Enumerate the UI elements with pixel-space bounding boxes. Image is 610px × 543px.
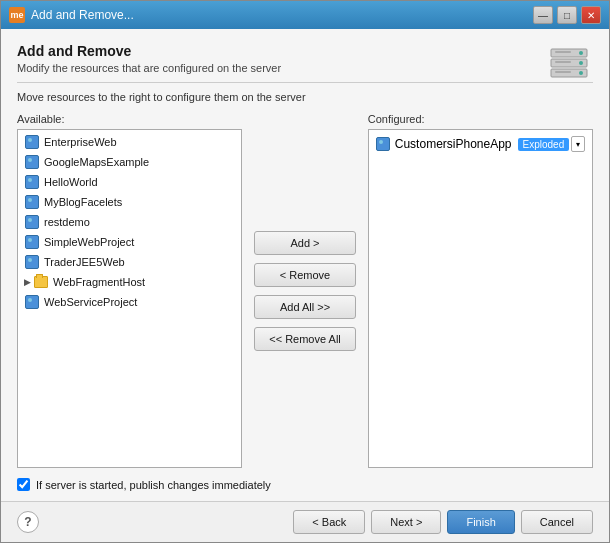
publish-checkbox-label: If server is started, publish changes im… — [36, 479, 271, 491]
list-item-label: HelloWorld — [44, 176, 98, 188]
close-button[interactable]: ✕ — [581, 6, 601, 24]
list-item[interactable]: MyBlogFacelets — [20, 192, 239, 212]
web-project-icon — [24, 134, 40, 150]
main-content: Add and Remove Modify the resources that… — [1, 29, 609, 501]
list-item[interactable]: GoogleMapsExample — [20, 152, 239, 172]
configured-item-label: CustomersiPhoneApp — [395, 137, 512, 151]
titlebar: me Add and Remove... — □ ✕ — [1, 1, 609, 29]
minimize-button[interactable]: — — [533, 6, 553, 24]
svg-point-3 — [579, 51, 583, 55]
web-project-icon — [24, 254, 40, 270]
titlebar-title: Add and Remove... — [31, 8, 533, 22]
configured-list[interactable]: CustomersiPhoneApp Exploded ▾ — [368, 129, 593, 468]
web-project-icon — [24, 194, 40, 210]
next-button[interactable]: Next > — [371, 510, 441, 534]
web-project-icon — [24, 234, 40, 250]
panels-row: Available: EnterpriseWeb GoogleMapsExamp… — [17, 113, 593, 468]
folder-icon — [33, 274, 49, 290]
web-project-icon — [24, 214, 40, 230]
svg-point-5 — [579, 71, 583, 75]
exploded-badge: Exploded — [518, 138, 570, 151]
list-item-label: WebFragmentHost — [53, 276, 145, 288]
available-section: Available: EnterpriseWeb GoogleMapsExamp… — [17, 113, 242, 468]
remove-button[interactable]: < Remove — [254, 263, 356, 287]
list-item-label: SimpleWebProject — [44, 236, 134, 248]
list-item[interactable]: EnterpriseWeb — [20, 132, 239, 152]
server-icon — [545, 43, 593, 94]
list-item-label: restdemo — [44, 216, 90, 228]
help-button[interactable]: ? — [17, 511, 39, 533]
action-buttons-col: Add > < Remove Add All >> << Remove All — [242, 113, 368, 468]
expand-arrow-icon: ▶ — [24, 277, 31, 287]
page-header: Add and Remove Modify the resources that… — [17, 43, 593, 74]
list-item-label: TraderJEE5Web — [44, 256, 125, 268]
available-list[interactable]: EnterpriseWeb GoogleMapsExample HelloWor… — [17, 129, 242, 468]
bottom-bar: ? < Back Next > Finish Cancel — [1, 501, 609, 542]
list-item[interactable]: SimpleWebProject — [20, 232, 239, 252]
maximize-button[interactable]: □ — [557, 6, 577, 24]
svg-rect-7 — [555, 61, 571, 63]
web-project-icon — [24, 294, 40, 310]
list-item[interactable]: HelloWorld — [20, 172, 239, 192]
publish-checkbox-row: If server is started, publish changes im… — [17, 478, 593, 491]
publish-checkbox[interactable] — [17, 478, 30, 491]
web-project-icon — [375, 136, 391, 152]
web-project-icon — [24, 154, 40, 170]
svg-rect-8 — [555, 71, 571, 73]
add-all-button[interactable]: Add All >> — [254, 295, 356, 319]
finish-button[interactable]: Finish — [447, 510, 514, 534]
add-button[interactable]: Add > — [254, 231, 356, 255]
back-button[interactable]: < Back — [293, 510, 365, 534]
configured-item[interactable]: CustomersiPhoneApp Exploded ▾ — [371, 132, 590, 156]
list-item-label: EnterpriseWeb — [44, 136, 117, 148]
list-item-label: MyBlogFacelets — [44, 196, 122, 208]
titlebar-controls: — □ ✕ — [533, 6, 601, 24]
exploded-dropdown[interactable]: ▾ — [571, 136, 585, 152]
instruction-text: Move resources to the right to configure… — [17, 91, 593, 103]
cancel-button[interactable]: Cancel — [521, 510, 593, 534]
list-item-label: GoogleMapsExample — [44, 156, 149, 168]
dialog-window: me Add and Remove... — □ ✕ Add and Remov… — [0, 0, 610, 543]
titlebar-app-icon: me — [9, 7, 25, 23]
list-item[interactable]: restdemo — [20, 212, 239, 232]
list-item[interactable]: TraderJEE5Web — [20, 252, 239, 272]
nav-buttons: < Back Next > Finish Cancel — [293, 510, 593, 534]
list-item-label: WebServiceProject — [44, 296, 137, 308]
page-title: Add and Remove — [17, 43, 593, 59]
remove-all-button[interactable]: << Remove All — [254, 327, 356, 351]
svg-point-4 — [579, 61, 583, 65]
available-label: Available: — [17, 113, 242, 125]
list-item[interactable]: WebServiceProject — [20, 292, 239, 312]
configured-label: Configured: — [368, 113, 593, 125]
svg-rect-6 — [555, 51, 571, 53]
web-project-icon — [24, 174, 40, 190]
list-item[interactable]: ▶ WebFragmentHost — [20, 272, 239, 292]
page-subtitle: Modify the resources that are configured… — [17, 62, 593, 74]
header-divider — [17, 82, 593, 83]
configured-section: Configured: CustomersiPhoneApp Exploded … — [368, 113, 593, 468]
